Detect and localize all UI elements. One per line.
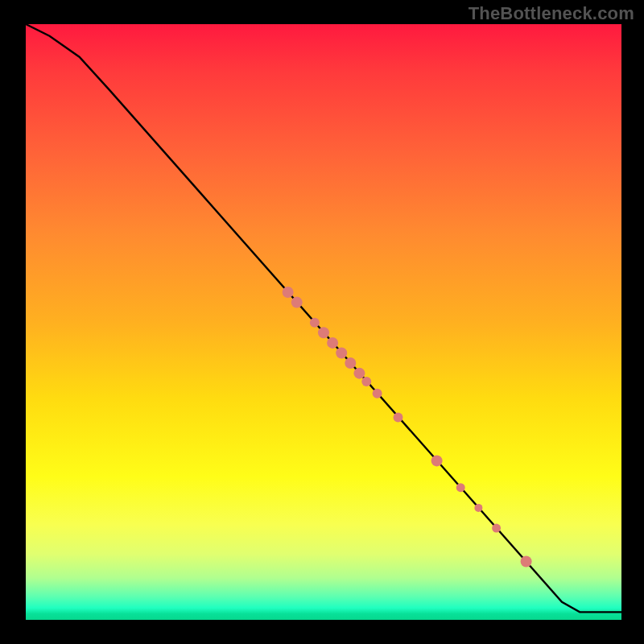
data-point: [318, 327, 329, 338]
data-point: [394, 412, 403, 422]
data-point: [353, 368, 365, 379]
data-point: [492, 524, 501, 533]
data-point: [327, 337, 338, 349]
data-point: [431, 455, 443, 466]
data-point: [474, 504, 482, 512]
data-point: [310, 318, 320, 328]
data-point: [336, 347, 347, 358]
data-point: [345, 357, 356, 369]
plot-area: [26, 24, 621, 620]
data-point: [456, 483, 465, 492]
curve-line: [26, 24, 621, 612]
watermark-text: TheBottleneck.com: [469, 3, 634, 24]
data-point: [291, 297, 303, 308]
data-point: [361, 377, 371, 386]
chart-svg: [26, 24, 621, 620]
data-point: [373, 389, 382, 398]
data-point: [283, 287, 294, 298]
data-point: [521, 555, 532, 567]
